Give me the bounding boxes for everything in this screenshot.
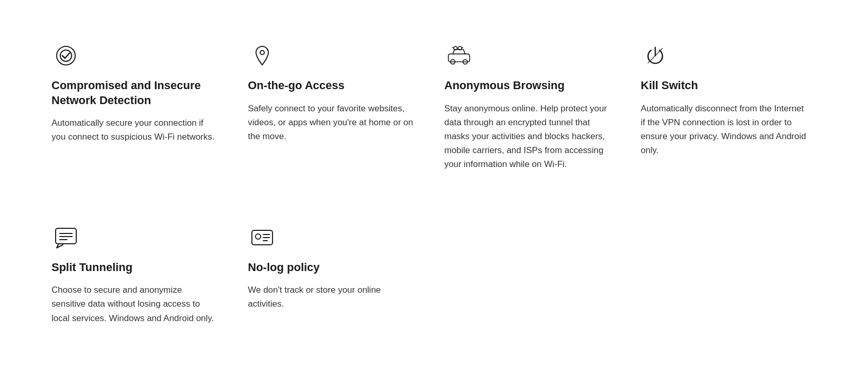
feature-title-split-tunneling: Split Tunneling — [52, 260, 217, 275]
feature-on-the-go: On-the-go Access Safely connect to your … — [237, 31, 434, 182]
feature-title-compromised: Compromised and Insecure Network Detecti… — [52, 78, 217, 108]
feature-title-kill-switch: Kill Switch — [641, 78, 806, 93]
target-check-icon — [52, 41, 80, 70]
feature-desc-compromised: Automatically secure your connection if … — [52, 116, 217, 144]
svg-point-0 — [57, 46, 75, 65]
features-row-1: Compromised and Insecure Network Detecti… — [0, 0, 868, 203]
spy-car-icon — [445, 41, 473, 70]
feature-empty-4 — [631, 213, 827, 335]
features-row-2: Split Tunneling Choose to secure and ano… — [0, 203, 868, 366]
feature-title-anonymous: Anonymous Browsing — [445, 78, 610, 93]
feature-kill-switch: Kill Switch Automatically disconnect fro… — [631, 31, 827, 182]
features-section: Compromised and Insecure Network Detecti… — [0, 0, 868, 366]
feature-desc-on-the-go: Safely connect to your favorite websites… — [248, 102, 413, 144]
feature-no-log: No-log policy We don't track or store yo… — [237, 213, 434, 335]
feature-split-tunneling: Split Tunneling Choose to secure and ano… — [41, 213, 237, 335]
feature-title-no-log: No-log policy — [248, 260, 413, 275]
location-pin-icon — [248, 41, 277, 70]
feature-compromised-network: Compromised and Insecure Network Detecti… — [41, 31, 237, 182]
feature-desc-split-tunneling: Choose to secure and anonymize sensitive… — [52, 283, 217, 325]
kill-switch-icon — [641, 41, 670, 70]
svg-rect-3 — [448, 54, 469, 62]
id-card-icon — [248, 223, 277, 252]
feature-desc-anonymous: Stay anonymous online. Help protect your… — [445, 102, 610, 172]
feature-title-on-the-go: On-the-go Access — [248, 78, 413, 93]
feature-desc-kill-switch: Automatically disconnect from the Intern… — [641, 102, 806, 158]
feature-anonymous-browsing: Anonymous Browsing Stay anonymous online… — [434, 31, 631, 182]
svg-point-18 — [256, 234, 261, 239]
chat-list-icon — [52, 223, 80, 252]
svg-point-2 — [260, 51, 264, 55]
feature-empty-3 — [434, 213, 631, 335]
feature-desc-no-log: We don't track or store your online acti… — [248, 283, 413, 311]
